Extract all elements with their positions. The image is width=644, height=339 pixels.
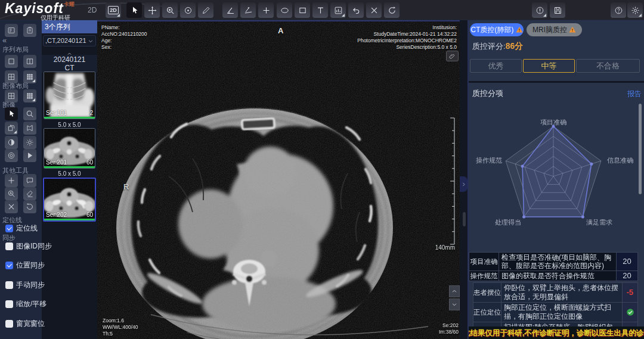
image-magnify-button[interactable] (23, 107, 36, 120)
qc-penalty-score: -5 (627, 288, 634, 297)
tool-eraser-button[interactable] (23, 187, 36, 200)
cobb-angle-tool-button[interactable] (240, 2, 256, 18)
ellipse-roi-button[interactable] (277, 2, 292, 18)
expand-panel-button[interactable] (460, 176, 467, 192)
divider-scrollbar-thumb[interactable] (463, 212, 466, 226)
checkbox-label: 缩放/平移 (16, 299, 47, 309)
delete-annotation-button[interactable] (366, 2, 382, 18)
grid-3x3-icon (26, 92, 34, 100)
image-viewport[interactable]: PName: AccNO:2401210200 Age: Sex: Instit… (97, 20, 460, 339)
tab-mri-qc[interactable]: MRI脑质控 (527, 23, 582, 36)
qc-main-table: 项目准确 检查项目是否准确(项目如脑部、胸部、腹部是否在标准的范围内容) 20 … (469, 252, 638, 281)
save-button[interactable] (550, 2, 565, 18)
series-description-label: 5.0 x 5.0 (42, 122, 97, 128)
pencil-tool-button[interactable] (198, 2, 213, 18)
crosshair-tool-button[interactable] (258, 2, 274, 18)
grade-button-excellent[interactable]: 优秀 (470, 59, 522, 73)
brightness-sun-icon (26, 138, 34, 147)
grid-2x2-icon (7, 92, 16, 100)
image-brightness-button[interactable] (23, 136, 36, 149)
checkbox-manual-sync[interactable] (5, 281, 13, 289)
qc-panel: CT质控(肺部) MRI脑质控 质控评分:86分 优秀 中等 不合格 质控分项 … (469, 20, 644, 339)
settings-button[interactable] (627, 2, 643, 18)
brand-name-cn: 卡耀 (64, 1, 75, 7)
layout-1x1-icon (7, 57, 16, 66)
checkbox-row-image-id-sync[interactable]: 图像ID同步 (5, 242, 52, 250)
qc-subrow-label: 患者摆位 (473, 283, 501, 303)
study-group-label[interactable]: 20240121CT (42, 55, 97, 73)
tool-comment-button[interactable] (23, 174, 36, 187)
window-level-button[interactable] (330, 2, 346, 18)
thumbnail-loaded-bar (44, 117, 95, 119)
tab-ct-qc[interactable]: CT质控(肺部) (470, 23, 524, 36)
qc-subrow-label: 正位定位 (473, 303, 501, 322)
qc-panel-scrollbar[interactable] (639, 104, 642, 194)
qc-subrow-desc: 胸部正位定位，横断面螺旋方式扫描，有胸部正位定位图像 (501, 303, 623, 322)
save-icon (553, 6, 562, 15)
image-flip-rotate-button[interactable] (5, 122, 18, 135)
series-thumbnail-202-selected[interactable]: Ser:202 60 (43, 178, 96, 222)
section-label-series-layout: 序列布局 (2, 45, 29, 54)
layout-1x2-icon (26, 57, 34, 66)
layout-1x2-button[interactable] (23, 55, 36, 68)
tab-label: MRI脑质控 (532, 23, 567, 36)
text-annotation-button[interactable] (312, 2, 328, 18)
image-cursor-button[interactable] (5, 107, 18, 120)
image-play-button[interactable] (23, 149, 36, 162)
checkbox-row-position-sync[interactable]: 位置同步 (5, 261, 45, 269)
zoom-in-icon (166, 6, 175, 15)
layout-1x1-button[interactable] (5, 55, 18, 68)
thickness-label: Th:5 (103, 331, 138, 337)
image-invert-button[interactable] (5, 136, 18, 149)
tool-add-button[interactable] (5, 174, 18, 187)
magnifier-icon (26, 110, 34, 118)
text-icon (316, 6, 325, 15)
help-button[interactable] (611, 2, 626, 18)
checkbox-row-window-sync[interactable]: 窗宽窗位 (5, 319, 45, 328)
rotate-icon (388, 6, 397, 15)
chevron-right-icon (461, 182, 466, 187)
tool-magnify-text-button[interactable] (5, 187, 18, 200)
image-cine-button[interactable] (23, 122, 36, 135)
undo-button[interactable] (348, 2, 364, 18)
concentric-circle-icon (7, 151, 16, 160)
qc-score-label: 质控评分: (472, 42, 506, 51)
rotate-button[interactable] (384, 2, 400, 18)
checkbox-window-sync[interactable] (5, 320, 13, 328)
checkbox-zoom-pan-sync[interactable] (5, 300, 13, 308)
angle-tool-button[interactable] (222, 2, 238, 18)
rect-roi-button[interactable] (295, 2, 310, 18)
tool-delete-button[interactable] (5, 200, 18, 213)
previous-image-button[interactable] (449, 285, 460, 297)
image-localizer-button[interactable] (5, 149, 18, 162)
grade-button-fail[interactable]: 不合格 (576, 59, 640, 73)
study-date: 20240121 (42, 55, 97, 64)
image-layout-3x3-button[interactable] (23, 89, 36, 102)
close-x-icon (7, 203, 16, 211)
checkbox-image-id-sync[interactable] (5, 242, 13, 250)
contrast-icon (7, 138, 16, 147)
pan-tool-button[interactable] (144, 2, 160, 18)
plus-icon (7, 176, 16, 185)
help-icon (614, 6, 623, 15)
zoom-tool-button[interactable] (162, 2, 178, 18)
checkbox-label: 位置同步 (16, 260, 45, 270)
layout-2x2-icon (7, 73, 16, 81)
info-button[interactable] (532, 2, 547, 18)
checkbox-position-sync[interactable] (5, 262, 13, 269)
checkbox-localizer[interactable] (5, 225, 13, 232)
checkbox-row-localizer[interactable]: 定位线 (5, 224, 38, 232)
undo-icon (352, 6, 361, 15)
disclaimer-text: 此结果仅用于科研,不作诊断证明，诊断以医生出具的诊断 (469, 328, 644, 338)
cursor-tool-button[interactable] (126, 2, 142, 18)
zoom-label: Zoom:1.6 (103, 318, 138, 324)
tool-reset-button[interactable] (23, 200, 36, 213)
next-image-button[interactable] (449, 298, 460, 310)
target-tool-button[interactable] (180, 2, 196, 18)
layout-2d-button[interactable]: 2D (106, 2, 121, 18)
checkbox-row-manual-sync[interactable]: 手动同步 (5, 281, 45, 289)
checkbox-row-zoom-pan-sync[interactable]: 缩放/平移 (5, 300, 47, 308)
series-thumbnail-101[interactable]: Ser:101 2 (44, 71, 95, 119)
series-thumbnail-201[interactable]: Ser:201 60 (44, 128, 95, 169)
grade-button-medium[interactable]: 中等 (523, 59, 575, 73)
